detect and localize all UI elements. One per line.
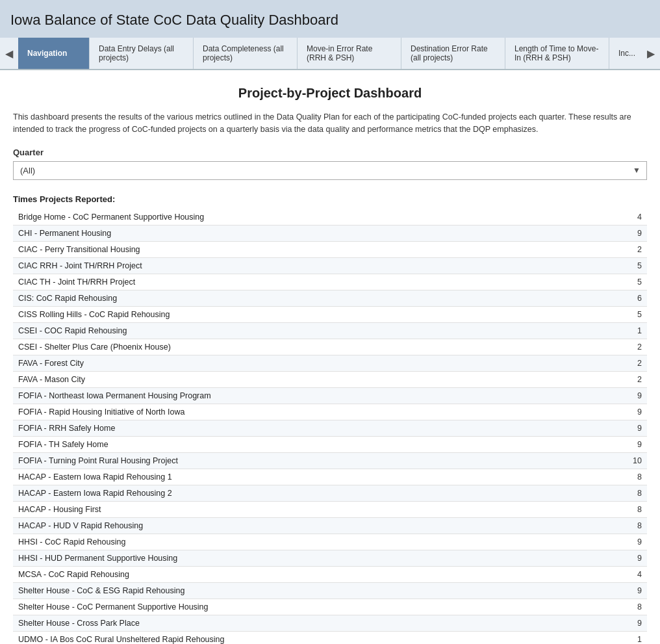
times-reported-label: Times Projects Reported: — [13, 194, 647, 204]
project-count: 5 — [621, 274, 647, 290]
project-count: 4 — [621, 209, 647, 225]
project-name: FAVA - Forest City — [13, 355, 621, 371]
project-count: 9 — [621, 534, 647, 550]
table-row: FAVA - Mason City2 — [13, 371, 647, 387]
table-row: UDMO - IA Bos CoC Rural Unsheltered Rapi… — [13, 631, 647, 644]
project-name: Shelter House - CoC Permanent Supportive… — [13, 599, 621, 615]
table-row: Shelter House - Cross Park Place9 — [13, 615, 647, 631]
nav-prev-arrow[interactable]: ◀ — [0, 38, 18, 69]
project-count: 1 — [621, 322, 647, 339]
project-count: 9 — [621, 420, 647, 436]
project-count: 8 — [621, 501, 647, 517]
project-count: 8 — [621, 485, 647, 501]
quarter-select-wrapper: (All)Q1 2023Q2 2023Q3 2023Q4 2023 ▼ — [13, 161, 647, 180]
project-name: FAVA - Mason City — [13, 371, 621, 387]
project-count: 5 — [621, 257, 647, 274]
nav-tab-length-of-time[interactable]: Length of Time to Move-In (RRH & PSH) — [505, 38, 609, 69]
project-name: MCSA - CoC Rapid Rehousing — [13, 566, 621, 582]
quarter-label: Quarter — [13, 148, 647, 157]
table-row: HACAP - Eastern Iowa Rapid Rehousing 28 — [13, 485, 647, 501]
project-name: HACAP - HUD V Rapid Rehousing — [13, 517, 621, 534]
table-row: HACAP - HUD V Rapid Rehousing8 — [13, 517, 647, 534]
table-row: CIAC - Perry Transitional Housing2 — [13, 241, 647, 257]
project-count: 8 — [621, 517, 647, 534]
project-name: CIAC TH - Joint TH/RRH Project — [13, 274, 621, 290]
project-name: HHSI - HUD Permanent Supportive Housing — [13, 550, 621, 566]
description: This dashboard presents the results of t… — [13, 111, 647, 136]
table-row: FAVA - Forest City2 — [13, 355, 647, 371]
table-row: Bridge Home - CoC Permanent Supportive H… — [13, 209, 647, 225]
nav-tab-data-entry-delays[interactable]: Data Entry Delays (all projects) — [90, 38, 194, 69]
table-row: FOFIA - RRH Safely Home9 — [13, 420, 647, 436]
project-name: Shelter House - Cross Park Place — [13, 615, 621, 631]
table-row: CIS: CoC Rapid Rehousing6 — [13, 290, 647, 306]
dashboard-title: Project-by-Project Dashboard — [13, 86, 647, 101]
nav-bar: ◀ NavigationData Entry Delays (all proje… — [0, 38, 660, 70]
table-row: CSEI - COC Rapid Rehousing1 — [13, 322, 647, 339]
project-count: 9 — [621, 550, 647, 566]
nav-tab-move-in-error-rate[interactable]: Move-in Error Rate (RRH & PSH) — [298, 38, 401, 69]
project-name: Shelter House - CoC & ESG Rapid Rehousin… — [13, 582, 621, 599]
project-name: CIS: CoC Rapid Rehousing — [13, 290, 621, 306]
nav-tab-income[interactable]: Inc... — [609, 38, 642, 69]
table-row: CIAC TH - Joint TH/RRH Project5 — [13, 274, 647, 290]
table-row: HHSI - HUD Permanent Supportive Housing9 — [13, 550, 647, 566]
project-name: FOFIA - Turning Point Rural Housing Proj… — [13, 452, 621, 469]
project-count: 10 — [621, 452, 647, 469]
page-title: Iowa Balance of State CoC Data Quality D… — [10, 12, 650, 29]
project-name: FOFIA - Northeast Iowa Permanent Housing… — [13, 387, 621, 404]
project-name: CSEI - COC Rapid Rehousing — [13, 322, 621, 339]
table-row: FOFIA - Northeast Iowa Permanent Housing… — [13, 387, 647, 404]
project-table: Bridge Home - CoC Permanent Supportive H… — [13, 209, 647, 645]
nav-tab-data-completeness[interactable]: Data Completeness (all projects) — [194, 38, 298, 69]
project-count: 6 — [621, 290, 647, 306]
project-name: CISS Rolling Hills - CoC Rapid Rehousing — [13, 306, 621, 322]
project-count: 2 — [621, 371, 647, 387]
project-count: 5 — [621, 306, 647, 322]
table-row: HACAP - Eastern Iowa Rapid Rehousing 18 — [13, 469, 647, 485]
nav-tab-navigation[interactable]: Navigation — [18, 38, 90, 69]
project-name: UDMO - IA Bos CoC Rural Unsheltered Rapi… — [13, 631, 621, 644]
nav-next-arrow[interactable]: ▶ — [642, 38, 660, 69]
table-row: CISS Rolling Hills - CoC Rapid Rehousing… — [13, 306, 647, 322]
project-count: 9 — [621, 225, 647, 241]
project-name: HACAP - Eastern Iowa Rapid Rehousing 1 — [13, 469, 621, 485]
project-name: CSEI - Shelter Plus Care (Phoenix House) — [13, 339, 621, 355]
table-row: Shelter House - CoC & ESG Rapid Rehousin… — [13, 582, 647, 599]
table-row: FOFIA - TH Safely Home9 — [13, 436, 647, 452]
table-row: CHI - Permanent Housing9 — [13, 225, 647, 241]
project-name: CHI - Permanent Housing — [13, 225, 621, 241]
project-name: HHSI - CoC Rapid Rehousing — [13, 534, 621, 550]
nav-tab-destination-error-rate[interactable]: Destination Error Rate (all projects) — [401, 38, 505, 69]
table-row: Shelter House - CoC Permanent Supportive… — [13, 599, 647, 615]
quarter-select[interactable]: (All)Q1 2023Q2 2023Q3 2023Q4 2023 — [13, 161, 647, 180]
project-count: 8 — [621, 469, 647, 485]
project-count: 9 — [621, 387, 647, 404]
project-name: FOFIA - Rapid Housing Initiative of Nort… — [13, 404, 621, 420]
project-count: 1 — [621, 631, 647, 644]
page-header: Iowa Balance of State CoC Data Quality D… — [0, 0, 660, 38]
project-count: 2 — [621, 355, 647, 371]
project-count: 9 — [621, 582, 647, 599]
project-count: 9 — [621, 404, 647, 420]
table-row: FOFIA - Turning Point Rural Housing Proj… — [13, 452, 647, 469]
project-name: CIAC RRH - Joint TH/RRH Project — [13, 257, 621, 274]
main-content: Project-by-Project Dashboard This dashbo… — [0, 70, 660, 644]
project-count: 2 — [621, 241, 647, 257]
project-name: Bridge Home - CoC Permanent Supportive H… — [13, 209, 621, 225]
nav-tabs-container: NavigationData Entry Delays (all project… — [18, 38, 642, 69]
project-name: CIAC - Perry Transitional Housing — [13, 241, 621, 257]
project-count: 9 — [621, 615, 647, 631]
table-row: HHSI - CoC Rapid Rehousing9 — [13, 534, 647, 550]
table-row: HACAP - Housing First8 — [13, 501, 647, 517]
table-row: FOFIA - Rapid Housing Initiative of Nort… — [13, 404, 647, 420]
project-name: FOFIA - RRH Safely Home — [13, 420, 621, 436]
project-name: HACAP - Eastern Iowa Rapid Rehousing 2 — [13, 485, 621, 501]
table-row: CIAC RRH - Joint TH/RRH Project5 — [13, 257, 647, 274]
project-name: FOFIA - TH Safely Home — [13, 436, 621, 452]
project-count: 4 — [621, 566, 647, 582]
project-count: 8 — [621, 599, 647, 615]
project-count: 9 — [621, 436, 647, 452]
table-row: MCSA - CoC Rapid Rehousing4 — [13, 566, 647, 582]
project-count: 2 — [621, 339, 647, 355]
